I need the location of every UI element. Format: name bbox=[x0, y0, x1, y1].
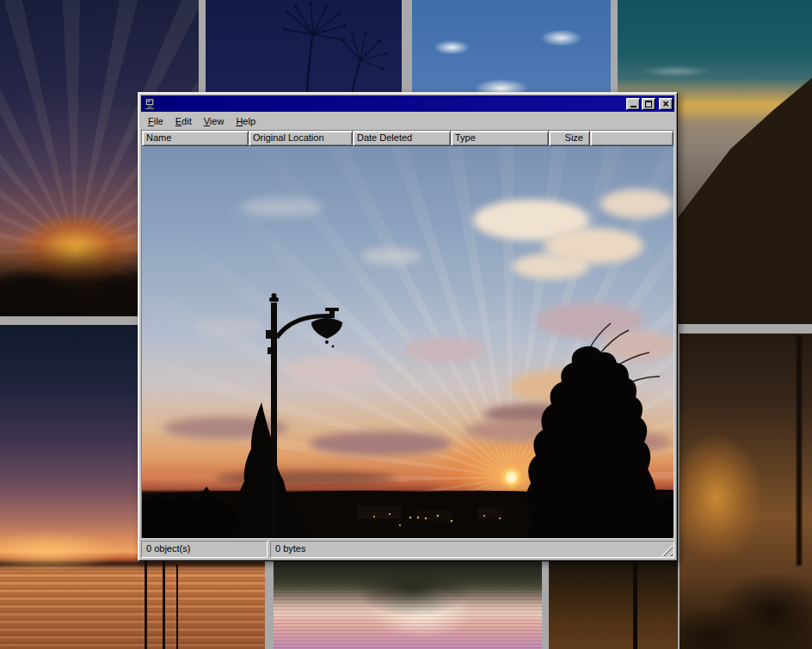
water-streaks bbox=[0, 565, 265, 649]
window-titlebar[interactable]: × bbox=[141, 95, 674, 112]
maximize-button[interactable] bbox=[642, 98, 655, 110]
water-ripples bbox=[274, 561, 542, 649]
close-icon: × bbox=[662, 100, 668, 108]
file-list-area[interactable]: Name Original Location Date Deleted Type… bbox=[141, 130, 674, 539]
sunset-photo-background bbox=[142, 146, 674, 538]
bg-photo-dark-amber bbox=[549, 561, 678, 649]
column-header-type[interactable]: Type bbox=[451, 131, 549, 146]
menu-view[interactable]: View bbox=[198, 114, 231, 128]
pole-silhouette bbox=[145, 550, 147, 649]
recycle-bin-window: × File Edit View Help Name Original Loca… bbox=[138, 92, 678, 561]
minimize-icon bbox=[631, 106, 637, 107]
foreground-silhouettes bbox=[142, 146, 674, 538]
minimize-button[interactable] bbox=[626, 98, 640, 110]
bg-photo-pink-reflection bbox=[274, 561, 542, 649]
status-size: 0 bytes bbox=[270, 541, 674, 558]
pole-silhouette bbox=[797, 335, 802, 566]
status-objects: 0 object(s) bbox=[141, 541, 268, 558]
maximize-icon bbox=[645, 101, 652, 107]
pole-silhouette bbox=[163, 557, 165, 649]
column-header-row: Name Original Location Date Deleted Type… bbox=[142, 131, 674, 146]
desktop: { "window": { "title": "", "controls": {… bbox=[0, 0, 812, 649]
column-header-name[interactable]: Name bbox=[142, 131, 249, 146]
column-header-date-deleted[interactable]: Date Deleted bbox=[353, 131, 451, 146]
pole-silhouette bbox=[633, 561, 637, 649]
menu-edit[interactable]: Edit bbox=[169, 114, 198, 128]
computer-icon bbox=[144, 98, 157, 110]
column-header-original-location[interactable]: Original Location bbox=[249, 131, 353, 146]
menu-file[interactable]: File bbox=[142, 114, 169, 128]
column-header-blank[interactable] bbox=[590, 131, 674, 146]
status-bar: 0 object(s) 0 bytes bbox=[141, 541, 674, 558]
menu-help[interactable]: Help bbox=[230, 114, 261, 128]
bg-photo-golden-blur bbox=[680, 334, 812, 649]
pole-silhouette bbox=[176, 564, 178, 649]
menu-bar: File Edit View Help bbox=[141, 112, 674, 130]
column-header-size[interactable]: Size bbox=[549, 131, 590, 146]
close-button[interactable]: × bbox=[659, 98, 673, 110]
tree-cluster bbox=[526, 323, 674, 538]
